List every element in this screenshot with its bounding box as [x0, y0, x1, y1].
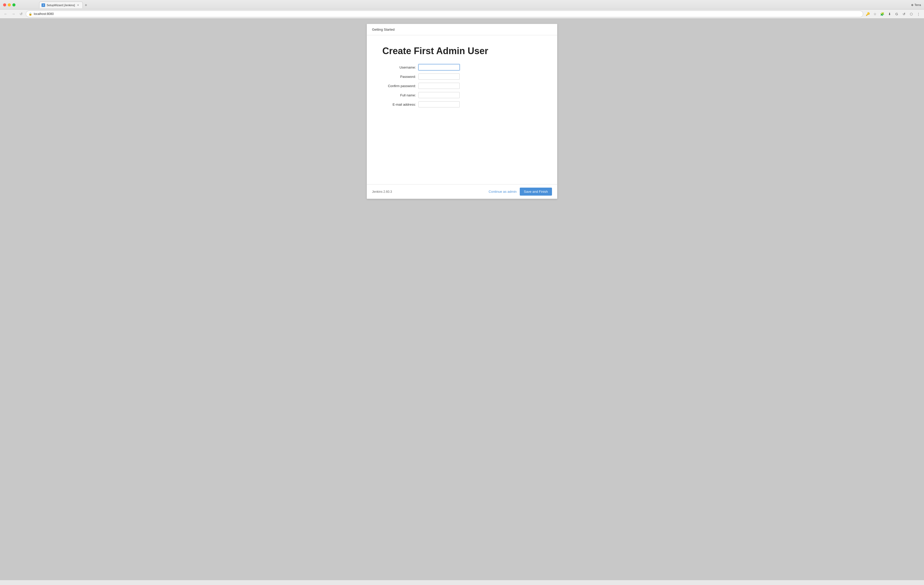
browser-toolbar: ← → ↺ 🔒 localhost:8080 🔑 ☆ 🧩 ⬇ G ↺ ⬡ ⋮	[0, 9, 924, 18]
back-icon: ←	[4, 12, 7, 16]
star-icon[interactable]: ☆	[872, 11, 878, 17]
continue-as-admin-button[interactable]: Continue as admin	[488, 190, 516, 194]
toolbar-actions: 🔑 ☆ 🧩 ⬇ G ↺ ⬡ ⋮	[865, 11, 921, 17]
traffic-lights	[3, 3, 15, 7]
username-label: Username:	[382, 66, 418, 69]
extensions-icon[interactable]: 🧩	[879, 11, 885, 17]
panel-footer: Jenkins 2.60.3 Continue as admin Save an…	[367, 184, 557, 199]
password-label: Password:	[382, 75, 418, 79]
new-tab-button[interactable]: +	[83, 2, 89, 8]
maximize-button[interactable]	[12, 3, 15, 7]
terra-icon: ⊕	[911, 3, 913, 7]
confirm-password-input[interactable]	[418, 83, 460, 89]
reload-icon: ↺	[20, 12, 23, 16]
terra-brand: ⊕ Terra	[911, 3, 921, 7]
panel-header: Getting Started	[367, 24, 557, 35]
forward-button[interactable]: →	[10, 11, 16, 17]
reload-button[interactable]: ↺	[18, 11, 24, 17]
close-button[interactable]	[3, 3, 6, 7]
email-input[interactable]	[418, 101, 460, 107]
wizard-title: Create First Admin User	[382, 46, 542, 56]
history-icon[interactable]: ↺	[901, 11, 907, 17]
menu-icon[interactable]: ⋮	[915, 11, 921, 17]
fullname-field-group: Full name:	[382, 92, 542, 98]
tab-bar: J SetupWizard [Jenkins] ✕ +	[18, 2, 908, 8]
browser-content: Getting Started Create First Admin User …	[0, 18, 924, 580]
tab-favicon-icon: J	[41, 3, 45, 7]
address-bar[interactable]: 🔒 localhost:8080	[26, 11, 863, 17]
back-button[interactable]: ←	[3, 11, 9, 17]
title-bar: J SetupWizard [Jenkins] ✕ + ⊕ Terra	[0, 0, 924, 9]
browser-chrome: J SetupWizard [Jenkins] ✕ + ⊕ Terra ← → …	[0, 0, 924, 18]
tab-close-icon[interactable]: ✕	[76, 3, 80, 7]
tab-title: SetupWizard [Jenkins]	[47, 3, 75, 7]
email-field-group: E-mail address:	[382, 101, 542, 107]
terra-label: Terra	[914, 3, 921, 7]
fullname-input[interactable]	[418, 92, 460, 98]
confirm-password-label: Confirm password:	[382, 84, 418, 88]
lock-icon: 🔒	[29, 12, 32, 16]
forward-icon: →	[12, 12, 15, 16]
panel-header-title: Getting Started	[372, 28, 394, 31]
key-icon[interactable]: 🔑	[865, 11, 871, 17]
admin-user-form: Username: Password: Confirm password: Fu…	[382, 64, 542, 107]
password-input[interactable]	[418, 73, 460, 80]
browser-tab[interactable]: J SetupWizard [Jenkins] ✕	[39, 2, 83, 8]
translate-icon[interactable]: G	[894, 11, 900, 17]
footer-actions: Continue as admin Save and Finish	[488, 188, 552, 196]
cast-icon[interactable]: ⬡	[908, 11, 914, 17]
browser-status-bar	[0, 580, 924, 585]
panel-body: Create First Admin User Username: Passwo…	[367, 35, 557, 184]
minimize-button[interactable]	[8, 3, 11, 7]
jenkins-version: Jenkins 2.60.3	[372, 190, 392, 194]
username-input[interactable]	[418, 64, 460, 70]
username-field-group: Username:	[382, 64, 542, 70]
setup-panel: Getting Started Create First Admin User …	[366, 24, 558, 199]
email-label: E-mail address:	[382, 102, 418, 106]
password-field-group: Password:	[382, 73, 542, 80]
url-text: localhost:8080	[34, 12, 54, 16]
fullname-label: Full name:	[382, 93, 418, 97]
confirm-password-field-group: Confirm password:	[382, 83, 542, 89]
save-and-finish-button[interactable]: Save and Finish	[520, 188, 552, 196]
download-icon[interactable]: ⬇	[886, 11, 893, 17]
